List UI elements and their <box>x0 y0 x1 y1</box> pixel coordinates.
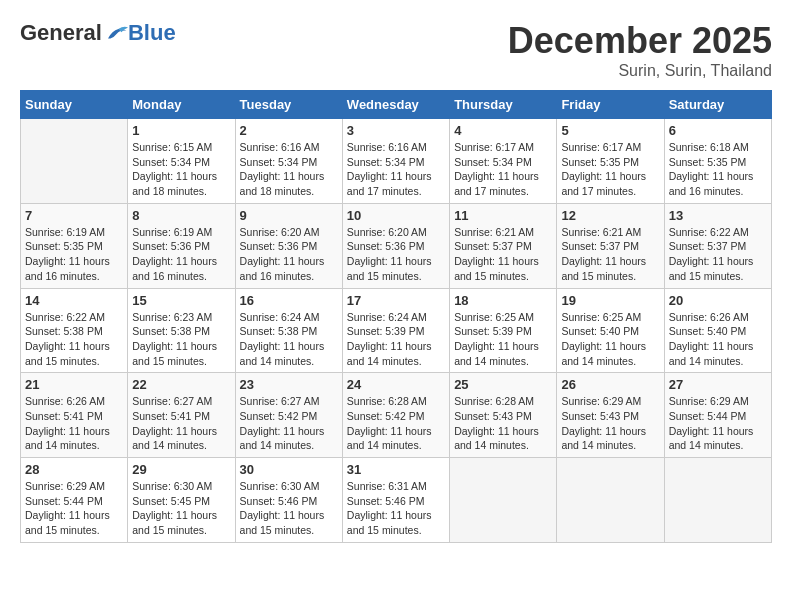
day-info: Sunrise: 6:21 AMSunset: 5:37 PMDaylight:… <box>561 225 659 284</box>
day-info: Sunrise: 6:22 AMSunset: 5:37 PMDaylight:… <box>669 225 767 284</box>
calendar-cell: 7Sunrise: 6:19 AMSunset: 5:35 PMDaylight… <box>21 203 128 288</box>
calendar-cell: 22Sunrise: 6:27 AMSunset: 5:41 PMDayligh… <box>128 373 235 458</box>
calendar-cell: 4Sunrise: 6:17 AMSunset: 5:34 PMDaylight… <box>450 119 557 204</box>
day-number: 18 <box>454 293 552 308</box>
day-number: 25 <box>454 377 552 392</box>
day-number: 23 <box>240 377 338 392</box>
calendar-cell: 29Sunrise: 6:30 AMSunset: 5:45 PMDayligh… <box>128 458 235 543</box>
day-number: 31 <box>347 462 445 477</box>
day-info: Sunrise: 6:20 AMSunset: 5:36 PMDaylight:… <box>347 225 445 284</box>
calendar-cell: 12Sunrise: 6:21 AMSunset: 5:37 PMDayligh… <box>557 203 664 288</box>
day-number: 3 <box>347 123 445 138</box>
day-info: Sunrise: 6:24 AMSunset: 5:39 PMDaylight:… <box>347 310 445 369</box>
calendar-week-row: 21Sunrise: 6:26 AMSunset: 5:41 PMDayligh… <box>21 373 772 458</box>
location-text: Surin, Surin, Thailand <box>508 62 772 80</box>
day-number: 22 <box>132 377 230 392</box>
day-info: Sunrise: 6:30 AMSunset: 5:46 PMDaylight:… <box>240 479 338 538</box>
calendar-week-row: 1Sunrise: 6:15 AMSunset: 5:34 PMDaylight… <box>21 119 772 204</box>
calendar-cell: 19Sunrise: 6:25 AMSunset: 5:40 PMDayligh… <box>557 288 664 373</box>
logo-general-text: General <box>20 20 102 46</box>
day-info: Sunrise: 6:29 AMSunset: 5:43 PMDaylight:… <box>561 394 659 453</box>
day-number: 5 <box>561 123 659 138</box>
day-info: Sunrise: 6:28 AMSunset: 5:43 PMDaylight:… <box>454 394 552 453</box>
calendar-cell: 15Sunrise: 6:23 AMSunset: 5:38 PMDayligh… <box>128 288 235 373</box>
day-info: Sunrise: 6:18 AMSunset: 5:35 PMDaylight:… <box>669 140 767 199</box>
day-number: 27 <box>669 377 767 392</box>
calendar-cell: 5Sunrise: 6:17 AMSunset: 5:35 PMDaylight… <box>557 119 664 204</box>
calendar-cell: 3Sunrise: 6:16 AMSunset: 5:34 PMDaylight… <box>342 119 449 204</box>
calendar-cell: 18Sunrise: 6:25 AMSunset: 5:39 PMDayligh… <box>450 288 557 373</box>
calendar-cell: 17Sunrise: 6:24 AMSunset: 5:39 PMDayligh… <box>342 288 449 373</box>
day-info: Sunrise: 6:29 AMSunset: 5:44 PMDaylight:… <box>669 394 767 453</box>
calendar-day-header: Friday <box>557 91 664 119</box>
calendar-cell <box>21 119 128 204</box>
day-info: Sunrise: 6:30 AMSunset: 5:45 PMDaylight:… <box>132 479 230 538</box>
calendar-cell <box>664 458 771 543</box>
day-number: 29 <box>132 462 230 477</box>
day-number: 26 <box>561 377 659 392</box>
calendar-cell <box>450 458 557 543</box>
day-number: 21 <box>25 377 123 392</box>
calendar-cell: 28Sunrise: 6:29 AMSunset: 5:44 PMDayligh… <box>21 458 128 543</box>
calendar-cell: 14Sunrise: 6:22 AMSunset: 5:38 PMDayligh… <box>21 288 128 373</box>
day-number: 28 <box>25 462 123 477</box>
day-number: 8 <box>132 208 230 223</box>
day-number: 20 <box>669 293 767 308</box>
calendar-cell: 11Sunrise: 6:21 AMSunset: 5:37 PMDayligh… <box>450 203 557 288</box>
calendar-day-header: Saturday <box>664 91 771 119</box>
calendar-week-row: 14Sunrise: 6:22 AMSunset: 5:38 PMDayligh… <box>21 288 772 373</box>
day-number: 15 <box>132 293 230 308</box>
calendar-cell: 6Sunrise: 6:18 AMSunset: 5:35 PMDaylight… <box>664 119 771 204</box>
day-info: Sunrise: 6:27 AMSunset: 5:42 PMDaylight:… <box>240 394 338 453</box>
day-info: Sunrise: 6:26 AMSunset: 5:40 PMDaylight:… <box>669 310 767 369</box>
day-number: 17 <box>347 293 445 308</box>
day-number: 30 <box>240 462 338 477</box>
day-number: 16 <box>240 293 338 308</box>
calendar-cell: 16Sunrise: 6:24 AMSunset: 5:38 PMDayligh… <box>235 288 342 373</box>
calendar-cell: 30Sunrise: 6:30 AMSunset: 5:46 PMDayligh… <box>235 458 342 543</box>
calendar-day-header: Tuesday <box>235 91 342 119</box>
day-info: Sunrise: 6:15 AMSunset: 5:34 PMDaylight:… <box>132 140 230 199</box>
day-info: Sunrise: 6:20 AMSunset: 5:36 PMDaylight:… <box>240 225 338 284</box>
day-number: 10 <box>347 208 445 223</box>
day-info: Sunrise: 6:24 AMSunset: 5:38 PMDaylight:… <box>240 310 338 369</box>
calendar-cell: 31Sunrise: 6:31 AMSunset: 5:46 PMDayligh… <box>342 458 449 543</box>
calendar-cell: 27Sunrise: 6:29 AMSunset: 5:44 PMDayligh… <box>664 373 771 458</box>
calendar-day-header: Thursday <box>450 91 557 119</box>
day-number: 12 <box>561 208 659 223</box>
day-info: Sunrise: 6:17 AMSunset: 5:35 PMDaylight:… <box>561 140 659 199</box>
calendar-table: SundayMondayTuesdayWednesdayThursdayFrid… <box>20 90 772 543</box>
calendar-cell: 8Sunrise: 6:19 AMSunset: 5:36 PMDaylight… <box>128 203 235 288</box>
calendar-day-header: Sunday <box>21 91 128 119</box>
day-number: 14 <box>25 293 123 308</box>
title-section: December 2025 Surin, Surin, Thailand <box>508 20 772 80</box>
calendar-cell: 9Sunrise: 6:20 AMSunset: 5:36 PMDaylight… <box>235 203 342 288</box>
calendar-cell: 13Sunrise: 6:22 AMSunset: 5:37 PMDayligh… <box>664 203 771 288</box>
day-info: Sunrise: 6:26 AMSunset: 5:41 PMDaylight:… <box>25 394 123 453</box>
logo: General Blue <box>20 20 176 46</box>
calendar-day-header: Wednesday <box>342 91 449 119</box>
calendar-cell: 20Sunrise: 6:26 AMSunset: 5:40 PMDayligh… <box>664 288 771 373</box>
day-info: Sunrise: 6:16 AMSunset: 5:34 PMDaylight:… <box>347 140 445 199</box>
month-year-title: December 2025 <box>508 20 772 62</box>
calendar-cell: 24Sunrise: 6:28 AMSunset: 5:42 PMDayligh… <box>342 373 449 458</box>
day-number: 6 <box>669 123 767 138</box>
day-number: 4 <box>454 123 552 138</box>
day-number: 19 <box>561 293 659 308</box>
calendar-cell: 2Sunrise: 6:16 AMSunset: 5:34 PMDaylight… <box>235 119 342 204</box>
day-number: 24 <box>347 377 445 392</box>
calendar-cell: 10Sunrise: 6:20 AMSunset: 5:36 PMDayligh… <box>342 203 449 288</box>
calendar-cell: 21Sunrise: 6:26 AMSunset: 5:41 PMDayligh… <box>21 373 128 458</box>
day-info: Sunrise: 6:21 AMSunset: 5:37 PMDaylight:… <box>454 225 552 284</box>
day-info: Sunrise: 6:17 AMSunset: 5:34 PMDaylight:… <box>454 140 552 199</box>
day-info: Sunrise: 6:29 AMSunset: 5:44 PMDaylight:… <box>25 479 123 538</box>
day-number: 11 <box>454 208 552 223</box>
calendar-week-row: 7Sunrise: 6:19 AMSunset: 5:35 PMDaylight… <box>21 203 772 288</box>
day-number: 7 <box>25 208 123 223</box>
day-number: 9 <box>240 208 338 223</box>
calendar-cell: 1Sunrise: 6:15 AMSunset: 5:34 PMDaylight… <box>128 119 235 204</box>
calendar-cell <box>557 458 664 543</box>
page-header: General Blue December 2025 Surin, Surin,… <box>20 20 772 80</box>
day-info: Sunrise: 6:25 AMSunset: 5:40 PMDaylight:… <box>561 310 659 369</box>
calendar-cell: 25Sunrise: 6:28 AMSunset: 5:43 PMDayligh… <box>450 373 557 458</box>
